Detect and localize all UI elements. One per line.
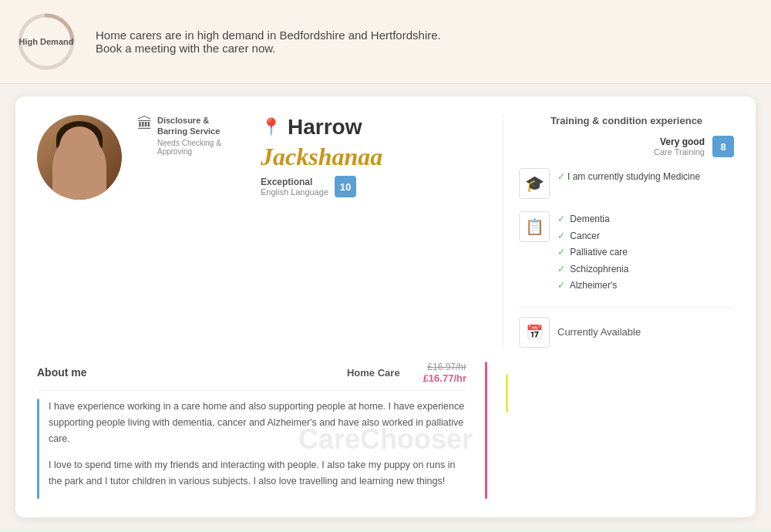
main-card: CareChooser 🏛 Disclosure &Barring Servic…: [15, 96, 756, 517]
availability-row: 📅 Currently Available: [519, 317, 734, 348]
blue-accent-line: [37, 399, 39, 499]
dbs-section: 🏛 Disclosure &Barring Service Needs Chec…: [137, 115, 245, 159]
pink-accent-line: [485, 362, 487, 499]
demand-circle: High Demand: [15, 11, 77, 72]
location-row: 📍 Harrow: [261, 115, 487, 140]
care-training-sublabel: Care Training: [654, 147, 705, 157]
studying-text: ✓I am currently studying Medicine: [557, 168, 700, 182]
about-header: About me Home Care £16.97/hr £16.77/hr: [37, 362, 466, 391]
care-training-score: 8: [712, 136, 734, 157]
banner-line2: Book a meeting with the carer now.: [96, 42, 441, 55]
training-conditions-item: 📋 ✓ Dementia ✓ Cancer ✓ Palliative care …: [519, 211, 734, 295]
care-training-label: Very good: [654, 136, 705, 147]
rate-old: £16.97/hr: [423, 362, 466, 372]
left-content: About me Home Care £16.97/hr £16.77/hr I…: [37, 362, 485, 499]
rating-row: Exceptional English Language 10: [261, 176, 487, 197]
rating-sublabel: English Language: [261, 187, 328, 197]
carer-info: 📍 Harrow Jackshanaa Exceptional English …: [261, 115, 487, 197]
training-studying-item: 🎓 ✓I am currently studying Medicine: [519, 168, 734, 199]
about-title: About me: [37, 366, 87, 379]
yellow-accent-line: [506, 374, 508, 412]
banner-text: Home carers are in high demand in Bedfor…: [96, 29, 441, 55]
banner-line1: Home carers are in high demand in Bedfor…: [96, 29, 441, 42]
training-title: Training & condition experience: [519, 115, 734, 126]
dbs-subtitle: Needs Checking & Approving: [157, 139, 245, 156]
home-care-label: Home Care: [347, 367, 400, 379]
top-banner: High Demand Home carers are in high dema…: [0, 0, 771, 84]
dbs-icon: 🏛: [137, 115, 153, 133]
conditions-icon: 📋: [519, 211, 550, 242]
about-paragraph1: I have experience working in a care home…: [49, 399, 466, 448]
conditions-list: ✓ Dementia ✓ Cancer ✓ Palliative care ✓ …: [557, 211, 628, 295]
availability-icon: 📅: [519, 317, 550, 348]
avatar: [37, 115, 122, 200]
divider: [519, 307, 734, 308]
card-top: 🏛 Disclosure &Barring Service Needs Chec…: [37, 115, 734, 348]
about-paragraphs: I have experience working in a care home…: [49, 399, 466, 499]
availability-text: Currently Available: [557, 326, 641, 338]
training-section: Training & condition experience Very goo…: [503, 115, 734, 348]
carer-location: Harrow: [288, 115, 362, 140]
studying-icon: 🎓: [519, 168, 550, 199]
rating-badge: 10: [335, 176, 356, 197]
rate-new: £16.77/hr: [423, 372, 466, 384]
dbs-badge: 🏛 Disclosure &Barring Service Needs Chec…: [137, 115, 245, 156]
carer-name: Jackshanaa: [261, 143, 487, 171]
care-training-row: Very good Care Training 8: [519, 136, 734, 157]
card-middle: About me Home Care £16.97/hr £16.77/hr I…: [37, 362, 734, 499]
location-pin-icon: 📍: [261, 117, 281, 137]
rating-label: Exceptional: [261, 177, 328, 187]
about-paragraph2: I love to spend time with my friends and…: [49, 457, 466, 490]
rate-section: £16.97/hr £16.77/hr: [423, 362, 466, 384]
right-spacer: [503, 362, 734, 499]
demand-label: High Demand: [19, 36, 74, 47]
dbs-title: Disclosure &Barring Service: [157, 115, 245, 137]
